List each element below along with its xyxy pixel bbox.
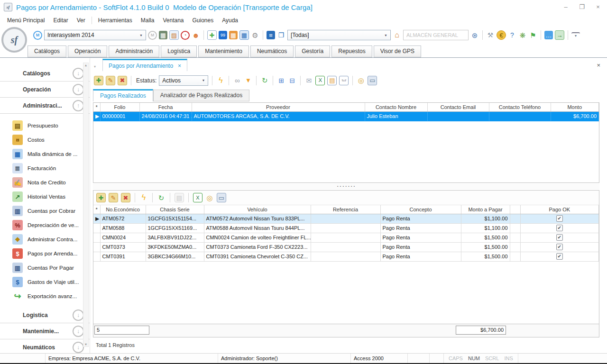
help-icon[interactable]: ? bbox=[508, 31, 516, 39]
sidebar-item-historial-ventas[interactable]: ↗Historial Ventas bbox=[0, 190, 90, 204]
column-header-contacto-telefono[interactable]: Contacto Teléfono bbox=[489, 103, 551, 111]
txt-export-icon[interactable]: TxT bbox=[339, 76, 349, 85]
ribbon-tab-repuestos[interactable]: Repuestos bbox=[331, 46, 372, 57]
column-header-monto[interactable]: Monto bbox=[551, 103, 599, 111]
dashboard-gauge-icon[interactable]: ◔ bbox=[181, 31, 190, 40]
column-header-blank[interactable]: * bbox=[93, 103, 100, 111]
column-header-blank[interactable] bbox=[510, 205, 520, 214]
chevron-down-icon[interactable]: ↓ bbox=[73, 342, 84, 353]
checkbox-checked-icon[interactable]: ✔ bbox=[556, 215, 563, 222]
checkbox-checked-icon[interactable]: ✔ bbox=[556, 253, 563, 260]
sidebar-item-cuentas-por-pagar[interactable]: ▥Cuentas Por Pagar bbox=[0, 261, 90, 275]
sidebar-item-cuentas-por-cobrar[interactable]: ▥Cuentas por Cobrar bbox=[0, 204, 90, 218]
refresh-icon[interactable]: ↻ bbox=[260, 76, 269, 85]
document-close-button[interactable]: × bbox=[597, 62, 600, 69]
almacen-input[interactable] bbox=[403, 30, 469, 40]
estatus-combobox[interactable]: Activos ▼ bbox=[159, 75, 208, 86]
preview-icon[interactable]: ◎ bbox=[205, 193, 214, 202]
column-header-chasis-serie[interactable]: Chasis Serie bbox=[146, 205, 204, 214]
ribbon-tab-visor-de-gps[interactable]: Visor de GPS bbox=[374, 46, 421, 57]
add-record-icon[interactable]: ✚ bbox=[94, 76, 103, 85]
column-header-concepto[interactable]: Concepto bbox=[380, 205, 461, 214]
users-icon[interactable]: ☻ bbox=[192, 31, 200, 39]
sidebar-item-depreciacion-de-ve[interactable]: %Depreciación de ve... bbox=[0, 218, 90, 232]
column-header-no-economico[interactable]: No.Económico bbox=[100, 205, 146, 214]
sidebar-item-facturacion[interactable]: ≣Facturación bbox=[0, 161, 90, 175]
note-export-icon[interactable]: ▤ bbox=[327, 76, 337, 85]
scroll-up-icon[interactable]: ▴ bbox=[85, 63, 87, 67]
sidebar-group-administraci[interactable]: Administraci...↑ bbox=[0, 98, 90, 114]
checkbox-checked-icon[interactable]: ✔ bbox=[556, 225, 563, 231]
lightning-icon[interactable]: ϟ bbox=[216, 76, 225, 85]
chevron-down-icon[interactable]: ↓ bbox=[73, 326, 84, 337]
subtab-analizador-de-pagos-realizados[interactable]: Analizador de Pagos Realizados bbox=[153, 90, 249, 101]
sidebar-group-logistica[interactable]: Logistica↓ bbox=[0, 307, 90, 323]
refresh-icon[interactable]: ↻ bbox=[157, 193, 166, 202]
ribbon-tab-operacion[interactable]: Operación bbox=[68, 46, 107, 57]
mail-icon[interactable]: ✉ bbox=[304, 76, 313, 85]
add-detail-icon[interactable]: ✚ bbox=[96, 193, 106, 202]
lightning-icon[interactable]: ϟ bbox=[139, 193, 148, 202]
planner-icon[interactable]: ▦ bbox=[229, 31, 238, 39]
menu-item-guiones[interactable]: Guiones bbox=[188, 16, 218, 25]
sidebar-item-exportacion-avanz[interactable]: ↪Exportación avanz... bbox=[0, 289, 90, 303]
delete-record-icon[interactable]: ✖ bbox=[118, 76, 127, 85]
m-module-icon[interactable]: M bbox=[33, 31, 42, 40]
ribbon-tab-administracion[interactable]: Administración bbox=[109, 46, 159, 57]
sidebar-group-mantenimie[interactable]: Mantenimie...↓ bbox=[0, 323, 90, 339]
chevron-down-icon[interactable]: ↓ bbox=[73, 84, 84, 95]
chevron-up-icon[interactable]: ↑ bbox=[73, 100, 84, 111]
expand-groups-icon[interactable]: ⊞ bbox=[277, 76, 285, 85]
tab-close-icon[interactable]: × bbox=[178, 63, 181, 69]
sidebar-group-operacion[interactable]: Operación↓ bbox=[0, 82, 90, 98]
globe-icon[interactable]: ⊛ bbox=[470, 31, 479, 39]
tab-scroll-button[interactable]: ▾ bbox=[94, 64, 96, 69]
currency-icon[interactable]: € bbox=[497, 30, 506, 40]
excel-export-icon[interactable]: X bbox=[315, 76, 325, 85]
menu-item-malla[interactable]: Malla bbox=[137, 16, 159, 25]
badge-99-icon[interactable]: 99 bbox=[219, 31, 227, 39]
sidebar-item-presupuesto[interactable]: ▤Presupuesto bbox=[0, 118, 90, 133]
sidebar-group-catalogos[interactable]: Catálogos↓ bbox=[0, 65, 90, 82]
table-icon[interactable]: ▦ bbox=[239, 30, 249, 40]
excel-export-icon[interactable]: X bbox=[193, 193, 202, 202]
table-row[interactable]: CMT03733KFDKE50MZMA0...CMT0373 Camioneta… bbox=[93, 242, 599, 252]
chevron-down-icon[interactable]: ↓ bbox=[73, 309, 84, 321]
checkbox-checked-icon[interactable]: ✔ bbox=[556, 234, 563, 241]
menu-item-ventana[interactable]: Ventana bbox=[158, 16, 188, 25]
scroll-down-icon[interactable]: ▾ bbox=[85, 342, 87, 346]
chevron-down-icon[interactable]: ↓ bbox=[73, 68, 84, 79]
column-header-monto-a-pagar[interactable]: Monto a Pagar bbox=[461, 205, 510, 214]
menu-item-editar[interactable]: Editar bbox=[49, 16, 72, 25]
edit-record-icon[interactable]: ✎ bbox=[106, 76, 115, 85]
column-header-blank[interactable]: * bbox=[93, 205, 100, 214]
checkbox-checked-icon[interactable]: ✔ bbox=[556, 244, 563, 250]
restore-button[interactable]: ❐ bbox=[579, 3, 585, 10]
home-icon[interactable]: ⌂ bbox=[393, 31, 401, 39]
column-header-referencia[interactable]: Referencia bbox=[311, 205, 380, 214]
print-icon[interactable]: ▭ bbox=[217, 193, 226, 202]
sidebar-group-neumaticos[interactable]: Neumáticos↓ bbox=[0, 339, 90, 354]
tools-icon[interactable]: ⚒ bbox=[486, 31, 495, 39]
ribbon-tab-mantenimiento[interactable]: Mantenimiento bbox=[198, 46, 249, 57]
column-header-contacto-nombre[interactable]: Contacto Nombre bbox=[365, 103, 427, 111]
sidebar-item-nota-de-credito[interactable]: ✍Nota de Credito bbox=[0, 175, 90, 190]
ribbon-tab-catalogos[interactable]: Catálogos bbox=[28, 46, 66, 57]
sidebar-item-gastos-de-viaje-util[interactable]: $Gastos de Viaje util... bbox=[0, 275, 90, 289]
column-header-proveedor[interactable]: Proveedor bbox=[192, 103, 365, 111]
sidebar-item-administrar-contra[interactable]: ❖Administrar Contra... bbox=[0, 232, 90, 246]
bug-icon[interactable]: ❋ bbox=[518, 31, 527, 39]
subtab-pagos-realizados[interactable]: Pagos Realizados bbox=[93, 89, 153, 101]
menu-item-ver[interactable]: Ver bbox=[73, 16, 90, 25]
notebook-icon[interactable]: ≡ bbox=[267, 31, 275, 39]
column-header-vehiculo[interactable]: Vehículo bbox=[204, 205, 311, 214]
sidebar-item-pagos-por-arrenda[interactable]: $Pagos por Arrenda... bbox=[0, 246, 90, 261]
exit-icon[interactable]: → bbox=[555, 30, 564, 40]
filter-icon[interactable]: ▼ bbox=[244, 76, 252, 85]
preview-icon[interactable]: ◎ bbox=[357, 76, 365, 85]
menu-item-herramientas[interactable]: Herramientas bbox=[94, 16, 137, 25]
table-row[interactable]: CMN00243ALFBXBV91DJ22...CMN0024 Camion d… bbox=[93, 233, 599, 242]
toolbar-overflow-icon[interactable]: ▾ bbox=[571, 32, 580, 38]
print-icon[interactable]: ▭ bbox=[368, 76, 377, 85]
m-module-gray-icon[interactable]: M bbox=[148, 31, 157, 40]
